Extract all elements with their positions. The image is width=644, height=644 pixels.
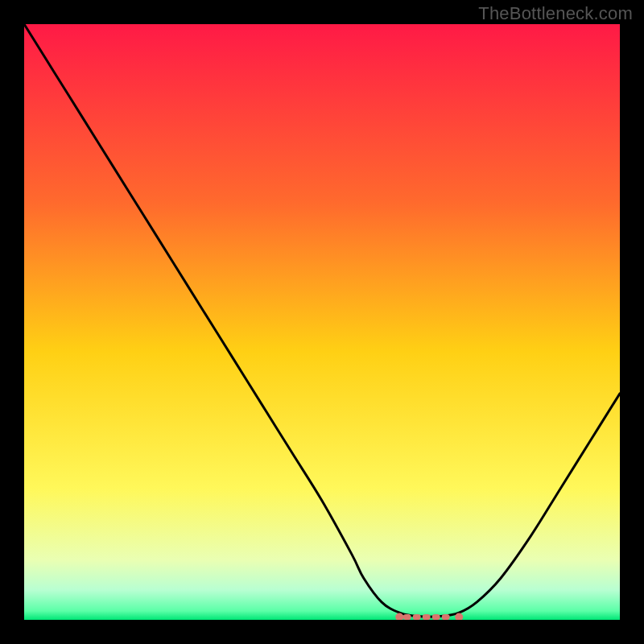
plot-area: [24, 24, 620, 620]
watermark-text: TheBottleneck.com: [478, 3, 633, 24]
chart-frame: TheBottleneck.com: [0, 0, 644, 644]
gradient-background: [24, 24, 620, 620]
chart-svg: [24, 24, 620, 620]
